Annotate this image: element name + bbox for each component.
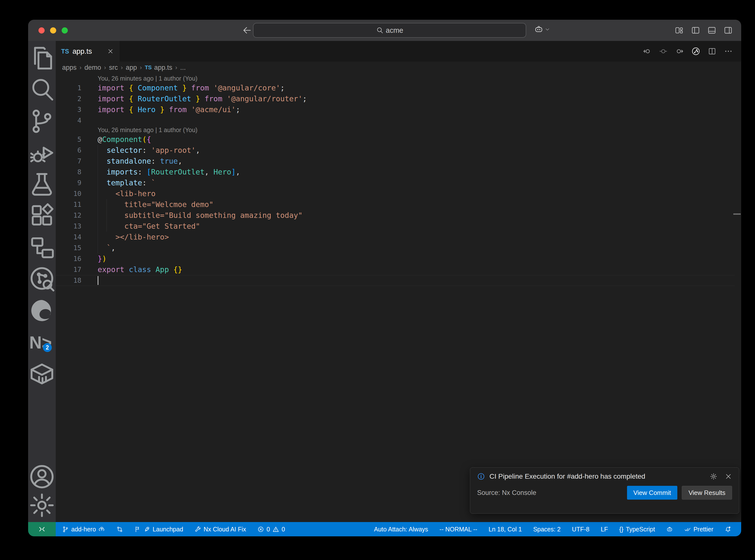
layout-bottom-icon[interactable]: [707, 26, 717, 35]
minimize-window-button[interactable]: [50, 27, 56, 34]
code-token: '@angular/core': [214, 83, 280, 92]
copilot-item[interactable]: [666, 526, 673, 533]
code-token: from: [200, 94, 226, 103]
code-token: {: [129, 105, 133, 114]
activity-item-search[interactable]: [28, 74, 56, 105]
git-blame-codelens[interactable]: You, 26 minutes ago | 1 author (You): [56, 75, 741, 83]
close-window-button[interactable]: [38, 27, 45, 34]
problems-item[interactable]: 00: [257, 526, 285, 533]
line-number: 3: [56, 104, 81, 115]
notifications-item[interactable]: [725, 526, 731, 533]
layout-left-icon[interactable]: [691, 26, 700, 35]
activity-item-explorer[interactable]: [28, 42, 56, 74]
activity-item-extensions[interactable]: [28, 200, 56, 232]
view-commit-button[interactable]: View Commit: [627, 486, 678, 500]
line-content: standalone: true,: [98, 156, 741, 167]
line-content: template: `: [98, 178, 741, 188]
line-number: 17: [56, 264, 81, 275]
launchpad-item[interactable]: Launchpad: [134, 526, 183, 533]
vim-mode-item[interactable]: -- NORMAL --: [439, 526, 477, 533]
line-content: selector: 'app-root',: [98, 145, 741, 156]
breadcrumb-item-app[interactable]: app: [126, 64, 137, 72]
code-token: @: [98, 135, 102, 144]
language-item[interactable]: {}TypeScript: [619, 526, 655, 533]
typescript-file-icon: TS: [61, 48, 69, 55]
activity-item-project-hierarchy[interactable]: [28, 232, 56, 263]
remote-indicator[interactable]: [28, 522, 56, 536]
status-label: {}: [619, 526, 623, 533]
arrow-left-icon: [242, 25, 252, 35]
line-number: 18: [56, 275, 81, 286]
code-line-16: 16}): [56, 253, 741, 264]
code-token: RouterOutlet: [151, 167, 205, 176]
code-token: [133, 105, 138, 114]
encoding-item[interactable]: UTF-8: [572, 526, 590, 533]
tab-close-icon[interactable]: [107, 48, 114, 55]
git-compare-item[interactable]: [116, 526, 123, 533]
auto-attach-item[interactable]: Auto Attach: Always: [374, 526, 428, 533]
code-token: import: [98, 94, 129, 103]
code-token: cta="Get Started": [98, 222, 200, 231]
ellipsis-icon[interactable]: [724, 47, 733, 56]
code-token: ></lib-hero>: [98, 233, 169, 241]
activity-item-edge-devtools[interactable]: [28, 295, 56, 326]
prettier-item[interactable]: Prettier: [684, 526, 713, 533]
breadcrumb-item-appts[interactable]: app.ts: [154, 64, 172, 72]
notification-close-icon[interactable]: [725, 473, 732, 480]
zoom-window-button[interactable]: [62, 27, 68, 34]
breadcrumb-item-[interactable]: ...: [180, 64, 186, 72]
code-token: {: [129, 83, 133, 92]
eol-item[interactable]: LF: [601, 526, 608, 533]
breadcrumb-item-src[interactable]: src: [109, 64, 118, 72]
activity-item-settings[interactable]: [28, 491, 56, 520]
nx-cloud-ai-fix-item[interactable]: Nx Cloud AI Fix: [195, 526, 246, 533]
code-token: App: [156, 265, 173, 274]
code-line-11: 11 title="Welcmoe demo": [56, 199, 741, 210]
git-blame-codelens[interactable]: You, 26 minutes ago | 1 author (You): [56, 126, 741, 134]
breadcrumb-item-apps[interactable]: apps: [62, 64, 77, 72]
layout-controls: [675, 26, 733, 35]
activity-item-accounts[interactable]: [28, 462, 56, 491]
git-branch-item[interactable]: add-hero: [62, 526, 105, 533]
code-line-2: 2import { RouterOutlet } from '@angular/…: [56, 94, 741, 104]
next-change-icon[interactable]: [675, 47, 684, 56]
notification-settings-icon[interactable]: [710, 473, 717, 480]
split-editor-icon[interactable]: [708, 47, 717, 56]
code-token: Hero: [214, 167, 231, 176]
prev-change-icon[interactable]: [642, 47, 652, 56]
code-token: :: [151, 157, 160, 165]
code-token: [98, 146, 106, 155]
chevron-down-icon: [544, 26, 550, 32]
code-token: {: [129, 94, 133, 103]
code-token: }: [98, 254, 102, 263]
activity-badge: 2: [43, 343, 52, 352]
activity-item-run-and-debug[interactable]: [28, 137, 56, 168]
double-check-icon: [684, 526, 691, 533]
code-token: :: [142, 178, 151, 187]
notification-toast: CI Pipeline Execution for #add-hero has …: [470, 467, 739, 514]
code-token: {: [147, 135, 151, 144]
activity-item-testing[interactable]: [28, 168, 56, 200]
line-content: imports: [RouterOutlet, Hero],: [98, 167, 741, 178]
layout-custom-icon[interactable]: [675, 26, 684, 35]
indentation-item[interactable]: Spaces: 2: [533, 526, 560, 533]
activity-item-commit-graph-search[interactable]: [28, 263, 56, 295]
code-token: [191, 94, 196, 103]
line-content: import { Hero } from '@acme/ui';: [98, 104, 741, 115]
tab-app-ts[interactable]: TS app.ts: [56, 41, 119, 62]
code-area[interactable]: You, 26 minutes ago | 1 author (You)1imp…: [56, 74, 741, 522]
activity-item-nx-console[interactable]: N>2: [28, 326, 56, 358]
copilot-menu[interactable]: [534, 25, 550, 34]
dim-change-icon[interactable]: [659, 47, 668, 56]
activity-item-source-control[interactable]: [28, 105, 56, 137]
code-token: standalone: [106, 157, 151, 165]
status-left-group: add-heroLaunchpadNx Cloud AI Fix00: [62, 526, 285, 533]
activity-item-containers[interactable]: [28, 358, 56, 389]
layout-right-icon[interactable]: [723, 26, 733, 35]
breadcrumb-item-demo[interactable]: demo: [84, 64, 101, 72]
code-line-8: 8 imports: [RouterOutlet, Hero],: [56, 167, 741, 178]
commit-graph-icon[interactable]: [691, 47, 700, 56]
view-results-button[interactable]: View Results: [682, 486, 732, 500]
command-center-search[interactable]: acme: [253, 23, 526, 38]
cursor-position-item[interactable]: Ln 18, Col 1: [489, 526, 522, 533]
